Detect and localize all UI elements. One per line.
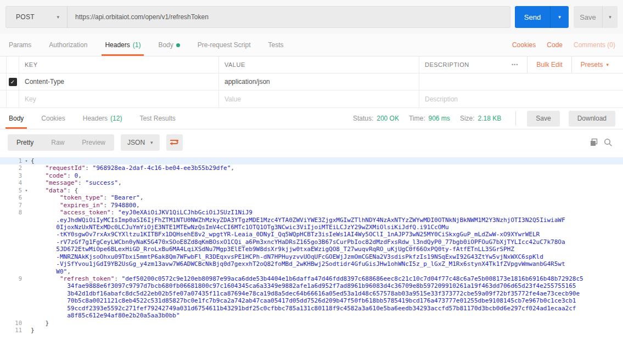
new-description-input[interactable]	[425, 95, 618, 103]
chevron-down-icon: ▾	[150, 140, 153, 145]
save-options-button[interactable]: ▾	[602, 6, 618, 28]
tab-body[interactable]: Body	[157, 34, 181, 56]
size-label: Size:	[460, 115, 475, 122]
save-response-button[interactable]: Save	[527, 111, 559, 127]
line-number: 10	[0, 320, 22, 327]
code-text: "code": 0,	[31, 172, 623, 179]
fold-toggle-icon[interactable]: ▾	[22, 157, 31, 164]
tab-tests[interactable]: Tests	[267, 34, 284, 56]
response-viewer-toolbar: Pretty Raw Preview JSON ▾	[0, 129, 623, 156]
line-number	[0, 217, 22, 224]
code-line: 10 }	[0, 320, 623, 327]
code-line: 59ccdf2393e5592c271fef79242749a031d67546…	[0, 305, 623, 312]
new-value-input[interactable]	[224, 95, 413, 103]
code-line: 5JD672EtwMiOpe6BLexHiGD_RroLxBu6MA4LqiXS…	[0, 246, 623, 253]
row-checkbox-checked[interactable]: ✓	[9, 78, 17, 86]
code-line: 3b42d1dbf16abafc8dc5d22eb02b5fe07a07435f…	[0, 290, 623, 297]
search-icon	[604, 138, 613, 147]
code-text: -MNRZNAkKjsoOhxu09Tbxi5mmtP6ak8Qm7WFwbFl…	[31, 253, 623, 260]
line-number: 11	[0, 327, 22, 334]
line-number	[0, 238, 22, 246]
fold-gutter	[22, 260, 31, 268]
code-line: 2 "requestId": "968928ea-2daf-4c16-be04-…	[0, 164, 623, 172]
cookies-link[interactable]: Cookies	[512, 34, 536, 56]
response-tab-test-results[interactable]: Test Results	[138, 108, 176, 129]
send-button-group: Send ▾	[515, 6, 569, 28]
code-text: 59ccdf2393e5592c271fef79242749a031d67546…	[31, 305, 623, 312]
code-line: .eyJhdWQiOiIyMCIsImp0aSI6IjFhZTM1NTU0NWZ…	[0, 217, 623, 224]
code-text: a8f85c612e94af80e2b20a5aa3b0bb"	[31, 312, 623, 319]
code-text: -rV7zGf7g1FgCeyLWCbn0yNaK5G470xSOoE8Zd8q…	[31, 238, 623, 246]
code-text: 3b42d1dbf16abafc8dc5d22eb02b5fe07a07435f…	[31, 290, 623, 297]
method-label: POST	[16, 13, 35, 21]
fold-gutter	[22, 231, 31, 238]
send-options-button[interactable]: ▾	[550, 6, 569, 28]
line-number: 8	[0, 209, 22, 216]
code-line: 9 "refresh_token": "def50200c0572c9e120e…	[0, 275, 623, 282]
code-link[interactable]: Code	[547, 34, 563, 56]
tab-authorization[interactable]: Authorization	[48, 34, 88, 56]
code-line: 3 "code": 0,	[0, 172, 623, 179]
chevron-down-icon: ▾	[558, 14, 561, 20]
mode-pretty[interactable]: Pretty	[8, 134, 42, 151]
response-tab-headers[interactable]: Headers (12)	[82, 108, 124, 129]
time-label: Time:	[409, 115, 425, 122]
mode-raw[interactable]: Raw	[42, 134, 73, 151]
copy-response-button[interactable]	[587, 135, 601, 150]
line-number: 4	[0, 179, 22, 186]
line-number: 6	[0, 194, 22, 201]
comments-link[interactable]: Comments (0)	[574, 34, 615, 56]
code-line: -MNRZNAkKjsoOhxu09Tbxi5mmtP6ak8Qm7WFwbFl…	[0, 253, 623, 260]
save-button-group: Save ▾	[574, 6, 618, 28]
url-input[interactable]	[68, 7, 510, 27]
method-select[interactable]: POST ▾	[6, 7, 68, 27]
row-handle[interactable]	[0, 73, 7, 90]
language-select[interactable]: JSON ▾	[121, 134, 160, 151]
save-button[interactable]: Save	[574, 6, 602, 28]
wrap-text-button[interactable]	[166, 134, 183, 151]
chevron-down-icon: ▾	[609, 14, 611, 20]
code-line: W0",	[0, 268, 623, 275]
bulk-edit-link[interactable]: Bulk Edit	[527, 61, 571, 69]
code-text: 70b5c8a0021121c8eb4522c531d85827bc0e1fc7…	[31, 297, 623, 304]
more-options-icon[interactable]: •••	[503, 62, 527, 67]
fold-toggle-icon[interactable]: ▾	[22, 187, 31, 194]
response-tab-body[interactable]: Body	[8, 108, 25, 129]
presets-dropdown[interactable]: Presets ▾	[572, 61, 618, 69]
headers-count-badge: (1)	[133, 41, 141, 49]
tab-headers[interactable]: Headers (1)	[104, 34, 142, 56]
fold-gutter	[22, 312, 31, 319]
code-text: {	[31, 157, 623, 164]
line-number: 9	[0, 275, 22, 282]
header-value-cell: application/json	[224, 78, 270, 86]
code-text: 0IjoxNzUxNTExMDc0LCJuYmYiOjE3NTE1MTEwNzQ…	[31, 224, 623, 231]
fold-gutter	[22, 253, 31, 260]
send-button[interactable]: Send	[515, 6, 550, 28]
search-response-button[interactable]	[601, 135, 615, 150]
code-line: 70b5c8a0021121c8eb4522c531d85827bc0e1fc7…	[0, 297, 623, 304]
fold-gutter	[22, 327, 31, 334]
line-number	[0, 290, 22, 297]
url-group: POST ▾	[5, 6, 510, 28]
response-body-json[interactable]: 1▾{2 "requestId": "968928ea-2daf-4c16-be…	[0, 156, 623, 334]
fold-gutter	[22, 238, 31, 246]
download-response-button[interactable]: Download	[569, 111, 615, 127]
fold-gutter	[22, 290, 31, 297]
fold-gutter	[22, 164, 31, 172]
tab-prerequest-script[interactable]: Pre-request Script	[197, 34, 252, 56]
line-number	[0, 253, 22, 260]
line-number	[0, 224, 22, 231]
line-number: 7	[0, 202, 22, 209]
mode-preview[interactable]: Preview	[73, 134, 114, 151]
tab-params[interactable]: Params	[8, 34, 32, 56]
view-mode-segmented-control: Pretty Raw Preview	[8, 134, 114, 151]
fold-gutter	[22, 172, 31, 179]
code-text: }	[31, 320, 623, 327]
fold-gutter	[22, 217, 31, 224]
divider	[515, 111, 516, 126]
code-text: "refresh_token": "def50200c0572c9e120eb8…	[31, 275, 623, 282]
checkbox-empty	[7, 90, 19, 107]
response-tab-cookies[interactable]: Cookies	[40, 108, 66, 129]
new-key-input[interactable]	[25, 95, 213, 103]
fold-gutter	[22, 275, 31, 282]
